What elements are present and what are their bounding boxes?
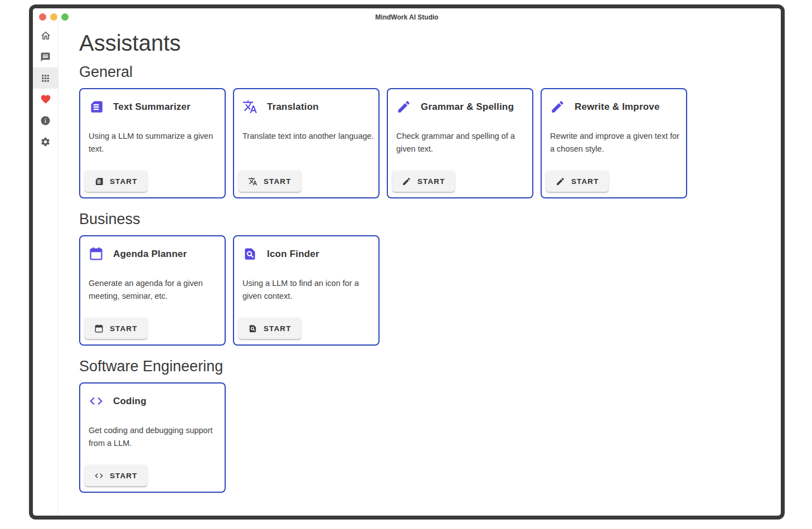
- card-title: Translation: [267, 101, 319, 113]
- sections: General Text Summarizer Using a LLM to s…: [79, 62, 781, 493]
- card-description: Generate an agenda for a given meeting, …: [89, 277, 220, 303]
- card-description: Get coding and debugging support from a …: [89, 424, 220, 450]
- assistant-section: General Text Summarizer Using a LLM to s…: [79, 62, 781, 198]
- start-button-label: START: [264, 324, 291, 333]
- minimize-button[interactable]: [50, 13, 57, 21]
- assistant-card[interactable]: Agenda Planner Generate an agenda for a …: [79, 235, 226, 346]
- calendar-icon: [94, 324, 104, 333]
- edit-icon: [556, 177, 565, 186]
- start-button[interactable]: START: [546, 171, 609, 192]
- start-button-label: START: [110, 177, 138, 186]
- icon-search-icon: [248, 324, 257, 333]
- sidebar-item-about[interactable]: [33, 110, 58, 131]
- sidebar-item-chats[interactable]: [33, 46, 58, 67]
- code-icon: [94, 471, 104, 481]
- main-content: Assistants General Text Summarizer Using…: [59, 25, 781, 516]
- translate-icon: [248, 177, 257, 186]
- heart-icon: [40, 94, 51, 105]
- card-description: Using a LLM to find an icon for a given …: [242, 277, 374, 303]
- app-window: MindWork AI Studio: [29, 4, 785, 520]
- card-description: Rewrite and improve a given text for a c…: [550, 130, 682, 156]
- start-button[interactable]: START: [85, 318, 147, 339]
- card-row: Text Summarizer Using a LLM to summarize…: [79, 88, 781, 198]
- sidebar-item-assistants[interactable]: [33, 67, 58, 89]
- traffic-lights: [39, 13, 69, 21]
- edit-icon: [402, 177, 411, 186]
- assistant-section: Business Agenda Planner Generate an agen…: [79, 210, 781, 346]
- chat-icon: [40, 52, 51, 62]
- start-button[interactable]: START: [85, 465, 147, 486]
- start-button[interactable]: START: [392, 171, 455, 192]
- card-description: Using a LLM to summarize a given text.: [89, 130, 220, 156]
- card-header: Rewrite & Improve: [550, 99, 678, 114]
- card-description: Check grammar and spelling of a given te…: [396, 130, 528, 156]
- info-icon: [40, 115, 51, 126]
- start-button-label: START: [264, 177, 291, 186]
- section-heading: General: [79, 62, 781, 81]
- start-button[interactable]: START: [239, 171, 301, 192]
- section-heading: Software Engineering: [79, 357, 781, 376]
- card-row: Agenda Planner Generate an agenda for a …: [79, 235, 781, 346]
- card-header: Translation: [242, 99, 370, 114]
- card-title: Icon Finder: [267, 249, 319, 260]
- card-title: Coding: [113, 396, 147, 407]
- section-heading: Business: [79, 210, 781, 229]
- card-title: Rewrite & Improve: [575, 101, 660, 113]
- card-header: Text Summarizer: [89, 99, 216, 114]
- card-title: Text Summarizer: [113, 101, 191, 113]
- summarize-icon: [89, 99, 104, 114]
- calendar-icon: [89, 246, 104, 261]
- start-button[interactable]: START: [239, 318, 301, 339]
- edit-icon: [550, 99, 565, 114]
- assistant-card[interactable]: Coding Get coding and debugging support …: [79, 382, 226, 493]
- assistant-section: Software Engineering Coding Get coding a…: [79, 357, 781, 493]
- page-title: Assistants: [79, 29, 781, 57]
- titlebar[interactable]: MindWork AI Studio: [33, 8, 781, 25]
- start-button-label: START: [110, 324, 138, 333]
- start-button-label: START: [417, 177, 445, 186]
- card-header: Grammar & Spelling: [396, 99, 524, 114]
- edit-icon: [396, 99, 411, 114]
- sidebar: [33, 25, 59, 516]
- translate-icon: [242, 99, 257, 114]
- sidebar-item-favorites[interactable]: [33, 89, 58, 110]
- sidebar-item-settings[interactable]: [33, 131, 58, 152]
- card-header: Icon Finder: [242, 246, 370, 261]
- card-header: Coding: [89, 394, 216, 409]
- card-header: Agenda Planner: [89, 246, 216, 261]
- home-icon: [40, 30, 51, 41]
- summarize-icon: [94, 177, 104, 186]
- gear-icon: [40, 137, 51, 147]
- assistant-card[interactable]: Translation Translate text into another …: [233, 88, 380, 198]
- card-row: Coding Get coding and debugging support …: [79, 382, 781, 493]
- sidebar-item-home[interactable]: [33, 25, 58, 46]
- card-title: Agenda Planner: [113, 249, 187, 260]
- assistant-card[interactable]: Grammar & Spelling Check grammar and spe…: [387, 88, 533, 198]
- zoom-button[interactable]: [61, 13, 69, 21]
- card-description: Translate text into another language.: [242, 130, 374, 143]
- assistant-card[interactable]: Icon Finder Using a LLM to find an icon …: [233, 235, 380, 346]
- icon-search-icon: [242, 246, 257, 261]
- start-button[interactable]: START: [85, 171, 147, 192]
- apps-grid-icon: [40, 73, 51, 84]
- close-button[interactable]: [39, 13, 46, 21]
- card-title: Grammar & Spelling: [421, 101, 514, 113]
- start-button-label: START: [571, 177, 599, 186]
- assistant-card[interactable]: Text Summarizer Using a LLM to summarize…: [79, 88, 226, 198]
- start-button-label: START: [110, 472, 138, 480]
- code-icon: [89, 394, 104, 409]
- assistant-card[interactable]: Rewrite & Improve Rewrite and improve a …: [541, 88, 687, 198]
- window-title: MindWork AI Studio: [33, 8, 781, 26]
